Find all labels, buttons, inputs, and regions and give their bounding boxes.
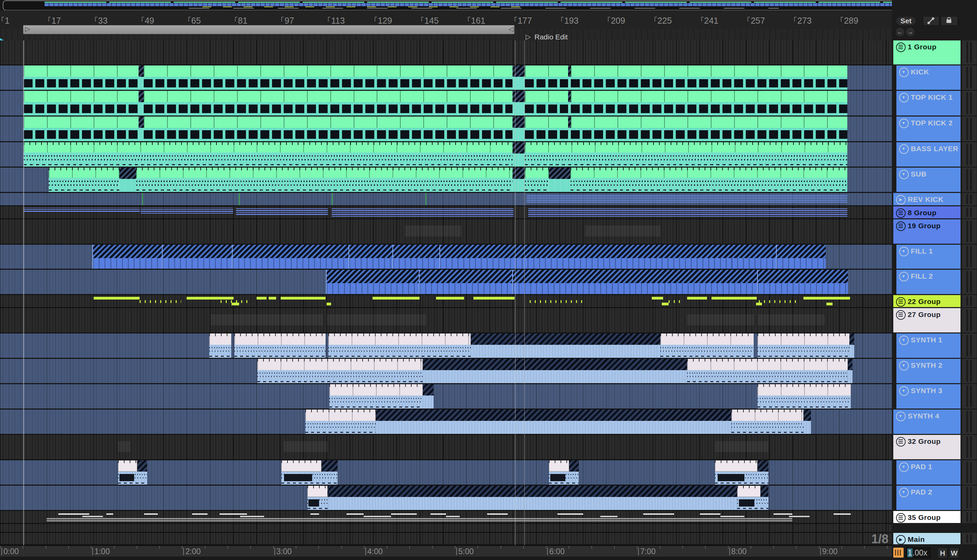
clip-wnote[interactable] [192, 513, 207, 515]
clip-green2[interactable] [49, 168, 119, 192]
track-row-main[interactable] [0, 533, 892, 544]
clip-fill[interactable] [92, 245, 162, 269]
clip-gap[interactable] [512, 142, 525, 167]
track-row-synth-2[interactable] [0, 359, 892, 383]
clip-synth[interactable] [758, 384, 851, 408]
fold-icon[interactable] [896, 195, 906, 205]
clip-fill[interactable] [440, 245, 777, 269]
clip-gap[interactable] [119, 168, 136, 192]
clip-faint[interactable] [118, 441, 130, 452]
track-header-main[interactable]: Main [893, 533, 960, 544]
clip-synthhatch[interactable] [423, 384, 433, 408]
clip-pad[interactable] [715, 460, 768, 485]
group-icon[interactable] [896, 297, 906, 307]
track-header-bass-layer-1[interactable]: BASS LAYER 1 [897, 142, 960, 167]
clip-wnote[interactable] [219, 513, 247, 515]
clip-synth[interactable] [305, 410, 376, 434]
clip-note[interactable] [711, 297, 757, 300]
clip-synth[interactable] [234, 333, 326, 358]
clip-green[interactable] [144, 91, 512, 115]
track-row-pad-2[interactable] [0, 486, 892, 510]
scrub-area[interactable]: ▷ ◁ ▷ Radio Edit [0, 29, 892, 40]
clip-wnote[interactable] [346, 513, 364, 515]
track-row-top-kick-1[interactable] [0, 91, 892, 115]
overview-zoom-box[interactable] [3, 0, 931, 11]
clip-gap[interactable] [568, 91, 571, 115]
clip-gap[interactable] [512, 117, 525, 141]
clip-green[interactable] [144, 65, 512, 90]
clip-gap[interactable] [139, 91, 144, 115]
clip-green[interactable] [23, 91, 139, 115]
clip-gline[interactable] [239, 193, 240, 205]
unfold-icon[interactable] [899, 144, 909, 154]
clip-faint[interactable] [715, 441, 768, 452]
clip-gap[interactable] [139, 117, 144, 141]
clip-fill[interactable] [419, 270, 513, 294]
group-icon[interactable] [896, 437, 906, 447]
clip-pad[interactable] [737, 486, 768, 510]
clip-pad[interactable] [118, 460, 147, 485]
clip-wnote[interactable] [391, 513, 417, 515]
track-row-bass-layer-1[interactable] [0, 142, 892, 167]
clip-green[interactable] [571, 65, 847, 90]
clip-wnote2[interactable] [82, 516, 103, 517]
clip-fill[interactable] [776, 245, 826, 269]
unfold-icon[interactable] [899, 272, 909, 282]
unfold-icon[interactable] [899, 170, 909, 179]
track-header-top-kick-1[interactable]: TOP KICK 1 [897, 91, 960, 115]
locator-label[interactable]: Radio Edit [534, 33, 568, 41]
unfold-icon[interactable] [899, 488, 909, 497]
clip-green2[interactable] [136, 168, 512, 192]
clip-faint[interactable] [585, 225, 660, 236]
track-row-35-group[interactable] [0, 511, 892, 523]
clip-wstripe[interactable] [47, 518, 793, 521]
track-header-pad-2[interactable]: PAD 2 [897, 486, 960, 510]
zoom-height-button[interactable]: H [938, 548, 947, 558]
lock-envelopes-button[interactable] [941, 16, 958, 26]
clip-wnote2[interactable] [601, 516, 617, 517]
track-row-27-group[interactable] [0, 308, 892, 332]
clip-s8[interactable] [141, 208, 233, 213]
clip-synthhatch[interactable] [803, 410, 811, 434]
clip-wnote2[interactable] [720, 516, 744, 517]
clip-synth[interactable] [758, 333, 849, 358]
clip-note[interactable] [803, 297, 850, 300]
clip-green[interactable] [525, 117, 568, 141]
audition-waveform-button[interactable] [893, 548, 903, 558]
clip-notet[interactable] [759, 300, 797, 303]
track-header-fill-1[interactable]: FILL 1 [897, 245, 960, 269]
clip-green2[interactable] [525, 142, 847, 167]
track-row-kick[interactable] [0, 65, 892, 90]
clip-note[interactable] [473, 297, 515, 300]
set-locator-button[interactable]: Set [896, 16, 916, 26]
clip-wnote[interactable] [310, 513, 319, 515]
zoom-width-button[interactable]: W [949, 548, 959, 558]
clip-gline[interactable] [332, 193, 333, 205]
spacer-row[interactable] [0, 524, 892, 532]
clip-wnote2[interactable] [364, 516, 391, 517]
clip-synthhatch[interactable] [471, 333, 660, 358]
clip-synth[interactable] [209, 333, 231, 358]
track-row-sub[interactable] [0, 168, 892, 192]
clip-gap[interactable] [568, 65, 571, 90]
clip-wnote[interactable] [106, 513, 113, 515]
track-header-19-group[interactable]: 19 Group [893, 219, 960, 244]
time-ruler[interactable]: 0:001:002:003:004:005:006:007:008:009:00 [0, 545, 892, 557]
unfold-icon[interactable] [899, 93, 909, 102]
group-icon[interactable] [896, 208, 906, 218]
clip-note[interactable] [687, 297, 707, 300]
clip-wnote[interactable] [774, 513, 793, 515]
clip-synth[interactable] [257, 359, 423, 383]
track-row-synth-4[interactable] [0, 410, 892, 434]
clip-green[interactable] [525, 65, 568, 90]
clip-faint[interactable] [758, 314, 825, 325]
clip-gap[interactable] [568, 117, 571, 141]
track-row-19-group[interactable] [0, 219, 892, 244]
group-icon[interactable] [896, 513, 906, 523]
clip-fill[interactable] [232, 245, 349, 269]
track-header-synth-1[interactable]: SYNTH 1 [897, 333, 960, 358]
clip-note2[interactable] [756, 303, 762, 305]
clip-note[interactable] [94, 297, 140, 300]
track-header-22-group[interactable]: 22 Group [893, 295, 960, 307]
clip-green2[interactable] [570, 168, 847, 192]
